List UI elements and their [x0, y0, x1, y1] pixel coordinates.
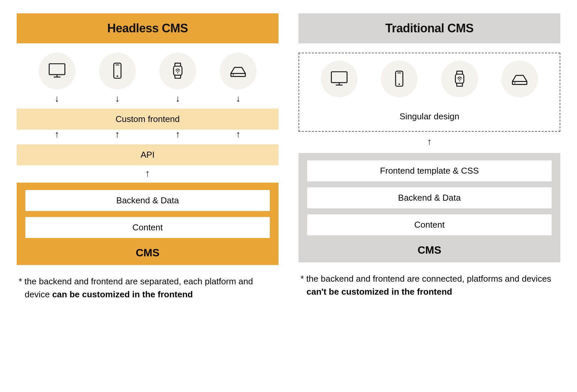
- server-icon: [501, 61, 538, 97]
- headless-cms-block: Backend & Data Content CMS: [17, 183, 278, 265]
- arrow-up-icon: ↑: [159, 130, 196, 144]
- content-slot: Content: [25, 217, 270, 238]
- headless-column: Headless CMS ↓ ↓ ↓ ↓ Custom frontend ↑ ↑…: [17, 13, 278, 301]
- arrow-up-single: ↑: [299, 132, 560, 152]
- traditional-footnote: * the backend and frontend are connected…: [305, 262, 560, 298]
- cms-label: CMS: [307, 241, 552, 256]
- desktop-icon: [321, 61, 358, 97]
- arrow-up-icon: ↑: [220, 130, 256, 144]
- traditional-devices: [299, 53, 560, 102]
- content-slot: Content: [307, 214, 552, 235]
- arrow-down-icon: ↓: [39, 94, 75, 109]
- phone-icon: [381, 61, 418, 97]
- arrow-down-icon: ↓: [99, 94, 136, 109]
- api-band: API: [17, 144, 278, 165]
- headless-title: Headless CMS: [17, 13, 278, 43]
- arrows-up: ↑ ↑ ↑ ↑: [17, 130, 278, 144]
- custom-frontend-band: Custom frontend: [17, 109, 278, 130]
- frontend-slot: Frontend template & CSS: [307, 160, 552, 181]
- traditional-column: Traditional CMS Singular design ↑ Fronte…: [299, 13, 560, 301]
- arrow-up-single: ↑: [17, 165, 278, 181]
- backend-slot: Backend & Data: [307, 187, 552, 208]
- traditional-title: Traditional CMS: [299, 13, 560, 43]
- footnote-text: * the backend and frontend are connected…: [301, 274, 551, 284]
- server-icon: [220, 53, 256, 89]
- traditional-cms-block: Frontend template & CSS Backend & Data C…: [299, 153, 560, 262]
- singular-design-label: Singular design: [299, 102, 560, 128]
- watch-icon: [159, 53, 196, 89]
- cms-label: CMS: [25, 244, 270, 259]
- headless-footnote: * the backend and frontend are separated…: [23, 265, 278, 301]
- backend-slot: Backend & Data: [25, 190, 270, 211]
- arrow-up-icon: ↑: [39, 130, 75, 144]
- singular-design-box: Singular design: [299, 53, 560, 132]
- desktop-icon: [39, 53, 75, 89]
- arrows-down: ↓ ↓ ↓ ↓: [17, 94, 278, 109]
- arrow-down-icon: ↓: [159, 94, 196, 109]
- watch-icon: [441, 61, 478, 97]
- diagram-wrap: Headless CMS ↓ ↓ ↓ ↓ Custom frontend ↑ ↑…: [17, 13, 560, 301]
- phone-icon: [99, 53, 136, 89]
- arrow-down-icon: ↓: [220, 94, 256, 109]
- footnote-bold: can't be customized in the frontend: [307, 287, 452, 297]
- footnote-bold: can be customized in the frontend: [52, 289, 193, 299]
- arrow-up-icon: ↑: [99, 130, 136, 144]
- headless-devices: [17, 43, 278, 94]
